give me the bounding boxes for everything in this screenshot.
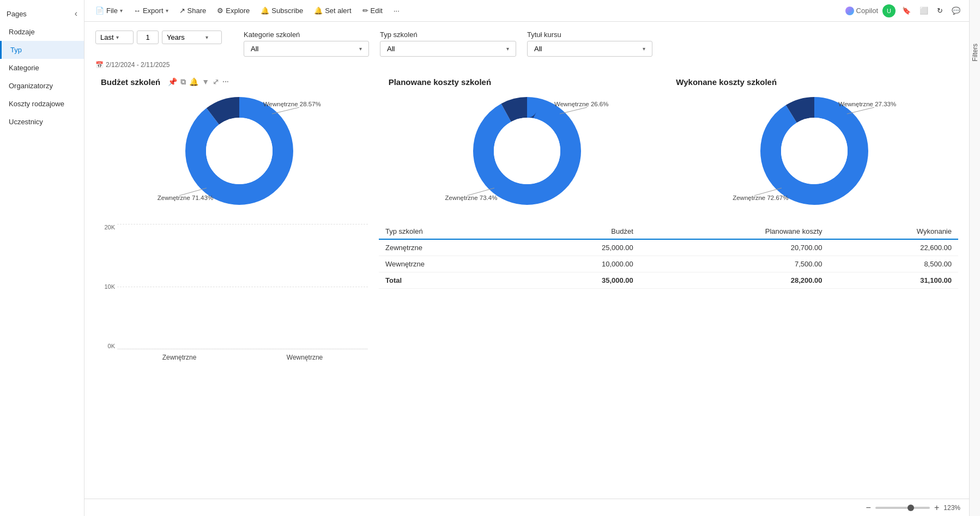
years-select[interactable]: Years ▾: [162, 31, 222, 44]
toolbar-right: Copilot U 🔖 ⬜ ↻ 💬: [845, 4, 963, 17]
filter-bar: Last ▾ Years ▾ Kategorie szkoleń All ▾: [95, 31, 958, 59]
more-dots-icon[interactable]: ···: [222, 77, 229, 87]
wykonane-wewnetrzne-label: Wewnętrzne 27.33%: [838, 101, 896, 107]
share-button[interactable]: ↗ Share: [175, 4, 211, 17]
filters-label[interactable]: Filters: [971, 44, 979, 62]
export-icon: ↔: [134, 7, 141, 15]
svg-point-12: [781, 118, 848, 184]
set-alert-button[interactable]: 🔔 Set alert: [310, 4, 355, 17]
tytul-title: Tytuł kursu: [527, 31, 652, 39]
subscribe-icon: 🔔: [261, 7, 269, 15]
expand-icon[interactable]: ⤢: [213, 77, 219, 87]
gridline-top: [117, 224, 368, 224]
time-filter-group: Last ▾ Years ▾: [95, 31, 222, 44]
more-button[interactable]: ···: [389, 4, 404, 17]
kategorie-group: Kategorie szkoleń All ▾: [244, 31, 369, 57]
edit-button[interactable]: ✏ Edit: [358, 4, 387, 17]
planowane-chart-title: Planowane koszty szkoleń: [389, 77, 666, 87]
time-number-input[interactable]: [137, 31, 159, 44]
budzet-wewnetrzne-label: Wewnętrzne 28.57%: [263, 101, 321, 107]
y-label-20k: 20K: [104, 224, 115, 230]
typ-group: Typ szkoleń All ▾: [380, 31, 516, 57]
bar-chart-body: [117, 224, 368, 349]
col-wykonanie: Wykonanie: [829, 224, 958, 239]
sidebar-item-kategorie[interactable]: Kategorie: [0, 59, 84, 77]
sidebar-item-rodzaje[interactable]: Rodzaje: [0, 23, 84, 41]
explore-icon: ⚙: [217, 7, 223, 15]
copilot-icon: [845, 7, 854, 15]
sidebar-item-uczestnicy[interactable]: Uczestnicy: [0, 113, 84, 131]
cell-wykonanie-total: 31,100.00: [829, 272, 958, 289]
col-typ: Typ szkoleń: [379, 224, 519, 239]
more-icon: ···: [394, 7, 400, 15]
explore-button[interactable]: ⚙ Explore: [213, 4, 254, 17]
budzet-chart-title: Budżet szkoleń 📌 ⧉ 🔔 ▼ ⤢ ···: [101, 77, 378, 87]
file-button[interactable]: 📄 File ▾: [91, 4, 127, 17]
charts-row: Budżet szkoleń 📌 ⧉ 🔔 ▼ ⤢ ···: [95, 77, 958, 211]
typ-select[interactable]: All ▾: [380, 41, 516, 57]
zoom-slider-thumb[interactable]: [908, 505, 914, 511]
filters-sidebar: Filters: [969, 0, 980, 516]
copilot-button[interactable]: Copilot: [845, 7, 878, 15]
sidebar-item-organizatorzy[interactable]: Organizatorzy: [0, 77, 84, 95]
zoom-slider[interactable]: [875, 507, 930, 509]
table-total-row: Total 35,000.00 28,200.00 31,100.00: [379, 272, 958, 289]
export-chevron-icon: ▾: [166, 8, 168, 14]
comment-button[interactable]: 💬: [949, 5, 963, 16]
bookmark-button[interactable]: 🔖: [900, 5, 913, 16]
typ-title: Typ szkoleń: [380, 31, 516, 39]
sidebar-collapse-button[interactable]: ‹: [75, 9, 77, 19]
pin-icon[interactable]: 📌: [168, 77, 177, 87]
sidebar-header: Pages ‹: [0, 4, 84, 23]
wykonane-chart-title: Wykonane koszty szkoleń: [676, 77, 953, 87]
years-chevron-icon: ▾: [205, 34, 208, 40]
xaxis-zewnetrzne: Zewnętrzne: [162, 354, 197, 361]
cell-planowane-0: 20,700.00: [640, 239, 829, 256]
copy-icon[interactable]: ⧉: [180, 77, 186, 87]
user-avatar[interactable]: U: [882, 4, 896, 17]
zoom-bar: − + 123%: [84, 499, 969, 516]
xaxis-wewnetrzne: Wewnętrzne: [287, 354, 323, 361]
y-label-0k: 0K: [108, 343, 115, 349]
sidebar-item-typ[interactable]: Typ: [0, 41, 84, 59]
sidebar-title: Pages: [7, 10, 27, 18]
sidebar: Pages ‹ Rodzaje Typ Kategorie Organizato…: [0, 0, 84, 516]
table-row: Zewnętrzne 25,000.00 20,700.00 22,600.00: [379, 239, 958, 256]
share-icon: ↗: [179, 7, 185, 15]
bottom-row: 20K 10K 0K: [95, 224, 958, 366]
cell-budzet-total: 35,000.00: [519, 272, 639, 289]
cell-typ-0: Zewnętrzne: [379, 239, 519, 256]
bar-chart-xaxis: Zewnętrzne Wewnętrzne: [117, 349, 368, 366]
table-row: Wewnętrzne 10,000.00 7,500.00 8,500.00: [379, 256, 958, 272]
layout-button[interactable]: ⬜: [917, 5, 930, 16]
wykonane-donut-container: Wewnętrzne 27.33% Zewnętrzne 72.67%: [754, 91, 874, 211]
wykonane-chart-panel: Wykonane koszty szkoleń Wewnętrzne 27.33…: [670, 77, 958, 211]
refresh-button[interactable]: ↻: [935, 5, 945, 16]
cell-budzet-0: 25,000.00: [519, 239, 639, 256]
kategorie-select[interactable]: All ▾: [244, 41, 369, 57]
wykonane-donut-svg: [754, 91, 874, 211]
filter-icon[interactable]: ▼: [202, 77, 209, 87]
sidebar-item-koszty-rodzajowe[interactable]: Koszty rodzajowe: [0, 95, 84, 113]
cell-planowane-total: 28,200.00: [640, 272, 829, 289]
cell-wykonanie-1: 8,500.00: [829, 256, 958, 272]
planowane-donut-svg: [467, 91, 587, 211]
subscribe-button[interactable]: 🔔 Subscribe: [256, 4, 307, 17]
toolbar: 📄 File ▾ ↔ Export ▾ ↗ Share ⚙ Explore 🔔 …: [84, 0, 969, 22]
last-select[interactable]: Last ▾: [95, 31, 134, 44]
alert-bell-icon[interactable]: 🔔: [189, 77, 198, 87]
y-label-10k: 10K: [104, 283, 115, 290]
tytul-chevron-icon: ▾: [643, 46, 645, 52]
tytul-select[interactable]: All ▾: [527, 41, 652, 57]
zoom-minus-button[interactable]: −: [866, 503, 871, 513]
budzet-chart-panel: Budżet szkoleń 📌 ⧉ 🔔 ▼ ⤢ ···: [95, 77, 383, 211]
zoom-plus-button[interactable]: +: [934, 503, 939, 513]
planowane-donut-container: Wewnętrzne 26.6% Zewnętrzne 73.4%: [467, 91, 587, 211]
export-button[interactable]: ↔ Export ▾: [129, 4, 173, 17]
wykonane-zewnetrzne-label: Zewnętrzne 72.67%: [733, 195, 788, 201]
main-area: 📄 File ▾ ↔ Export ▾ ↗ Share ⚙ Explore 🔔 …: [84, 0, 969, 516]
planowane-wewnetrzne-label: Wewnętrzne 26.6%: [554, 101, 609, 107]
svg-point-2: [206, 118, 273, 184]
tytul-group: Tytuł kursu All ▾: [527, 31, 652, 57]
cell-typ-total: Total: [379, 272, 519, 289]
